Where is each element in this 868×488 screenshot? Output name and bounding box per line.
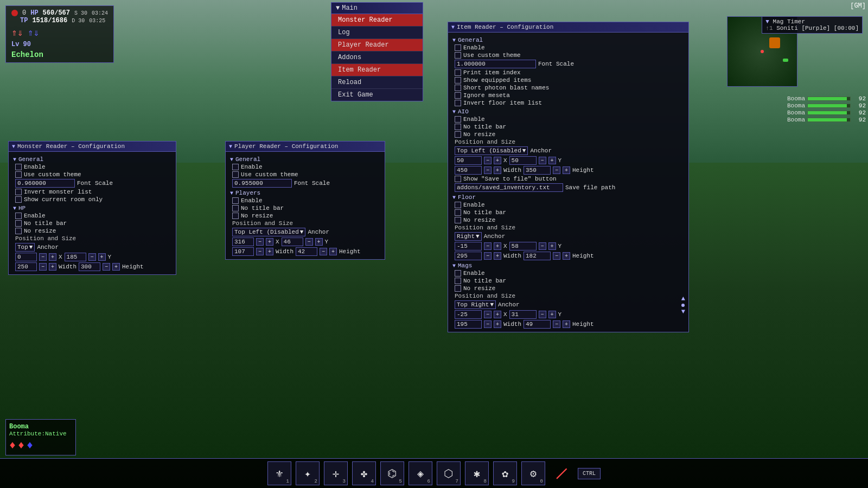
player-fontscale-input[interactable] xyxy=(232,179,292,188)
hp-w-plus[interactable]: + xyxy=(49,263,56,271)
monster-fontscale-input[interactable] xyxy=(15,179,75,188)
scroll-down[interactable]: ▼ xyxy=(681,308,685,316)
action-slot-7[interactable]: ⬡ 7 xyxy=(437,461,461,485)
item-invert-checkbox[interactable] xyxy=(455,100,461,106)
floor-x-input[interactable] xyxy=(455,242,482,251)
players-x-minus[interactable]: − xyxy=(256,238,264,246)
mags-h-plus[interactable]: + xyxy=(563,320,570,328)
hp-x-plus[interactable]: + xyxy=(49,253,56,261)
item-print-checkbox[interactable] xyxy=(455,69,461,76)
scroll-up[interactable]: ▲ xyxy=(681,295,685,303)
item-equipped-checkbox[interactable] xyxy=(455,77,461,84)
player-enable-checkbox[interactable] xyxy=(232,164,239,170)
floor-titlebar-checkbox[interactable] xyxy=(455,209,461,216)
mags-x-plus[interactable]: + xyxy=(494,311,501,318)
floor-resize-checkbox[interactable] xyxy=(455,217,461,223)
floor-y-plus[interactable]: + xyxy=(548,242,556,250)
menu-item-log[interactable]: Log xyxy=(331,27,423,39)
aio-h-plus[interactable]: + xyxy=(563,166,570,174)
menu-item-reload[interactable]: Reload xyxy=(331,76,423,89)
aio-x-minus[interactable]: − xyxy=(484,157,492,164)
players-anchor-dropdown[interactable]: Top Left (Disabled ▼ xyxy=(232,228,305,236)
players-h-plus[interactable]: + xyxy=(329,248,337,255)
hp-enable-checkbox[interactable] xyxy=(15,213,22,219)
players-w-plus[interactable]: + xyxy=(266,248,273,255)
aio-y-minus[interactable]: − xyxy=(539,157,546,164)
hp-h-plus[interactable]: + xyxy=(112,263,120,271)
hp-x-input[interactable] xyxy=(15,253,37,261)
floor-width-input[interactable] xyxy=(455,252,482,260)
menu-item-player-reader[interactable]: Player Reader xyxy=(331,39,423,52)
hp-y-plus[interactable]: + xyxy=(98,253,106,261)
item-theme-checkbox[interactable] xyxy=(455,52,461,59)
players-y-plus[interactable]: + xyxy=(315,238,323,246)
floor-w-plus[interactable]: + xyxy=(494,252,501,260)
mags-enable-checkbox[interactable] xyxy=(455,270,461,277)
mags-y-input[interactable] xyxy=(509,310,537,319)
floor-height-input[interactable] xyxy=(524,252,551,260)
action-slot-2[interactable]: ✦ 2 xyxy=(296,461,320,485)
players-resize-checkbox[interactable] xyxy=(232,213,239,219)
mags-anchor-dropdown[interactable]: Top Right ▼ xyxy=(455,300,496,309)
aio-resize-checkbox[interactable] xyxy=(455,131,461,138)
aio-w-plus[interactable]: + xyxy=(494,166,501,174)
players-w-minus[interactable]: − xyxy=(256,248,264,255)
mags-y-minus[interactable]: − xyxy=(539,311,546,318)
hp-anchor-dropdown[interactable]: Top ▼ xyxy=(15,243,35,252)
item-reader-header[interactable]: ▼ Item Reader – Configuration xyxy=(448,22,688,33)
players-h-minus[interactable]: − xyxy=(320,248,327,255)
mags-y-plus[interactable]: + xyxy=(548,311,556,318)
item-fontscale-input[interactable] xyxy=(455,60,536,68)
aio-width-input[interactable] xyxy=(455,166,482,175)
hp-y-minus[interactable]: − xyxy=(88,253,96,261)
action-slot-5[interactable]: ⌬ 5 xyxy=(380,461,404,485)
players-y-minus[interactable]: − xyxy=(305,238,313,246)
mags-titlebar-checkbox[interactable] xyxy=(455,278,461,284)
action-slot-8[interactable]: ✱ 8 xyxy=(465,461,489,485)
players-height-input[interactable] xyxy=(296,247,317,256)
players-width-input[interactable] xyxy=(232,247,254,256)
aio-savebtn-checkbox[interactable] xyxy=(455,176,461,182)
floor-y-minus[interactable]: − xyxy=(539,242,546,250)
hp-width-input[interactable] xyxy=(15,262,37,271)
aio-w-minus[interactable]: − xyxy=(484,166,492,174)
mags-h-minus[interactable]: − xyxy=(553,320,560,328)
item-photon-checkbox[interactable] xyxy=(455,85,461,91)
monster-theme-checkbox[interactable] xyxy=(15,171,22,178)
aio-titlebar-checkbox[interactable] xyxy=(455,124,461,130)
hp-x-minus[interactable]: − xyxy=(39,253,47,261)
aio-height-input[interactable] xyxy=(524,166,551,175)
floor-w-minus[interactable]: − xyxy=(484,252,492,260)
players-x-plus[interactable]: + xyxy=(266,238,273,246)
action-slot-6[interactable]: ◈ 6 xyxy=(409,461,432,485)
mags-resize-checkbox[interactable] xyxy=(455,285,461,292)
aio-y-plus[interactable]: + xyxy=(548,157,556,164)
mags-w-minus[interactable]: − xyxy=(484,320,492,328)
aio-x-input[interactable] xyxy=(455,156,482,165)
players-titlebar-checkbox[interactable] xyxy=(232,205,239,211)
aio-enable-checkbox[interactable] xyxy=(455,116,461,123)
aio-y-input[interactable] xyxy=(509,156,537,165)
hp-h-minus[interactable]: − xyxy=(103,263,110,271)
mags-w-plus[interactable]: + xyxy=(494,320,501,328)
players-enable-checkbox[interactable] xyxy=(232,197,239,204)
hp-titlebar-checkbox[interactable] xyxy=(15,220,22,227)
floor-x-minus[interactable]: − xyxy=(484,242,492,250)
aio-anchor-dropdown[interactable]: Top Left (Disabled ▼ xyxy=(455,146,528,155)
mags-width-input[interactable] xyxy=(455,320,482,329)
menu-item-exit-game[interactable]: Exit Game xyxy=(331,89,423,101)
action-slot-4[interactable]: ✤ 4 xyxy=(352,461,376,485)
floor-h-minus[interactable]: − xyxy=(553,252,560,260)
sword-slot[interactable]: | xyxy=(550,461,573,485)
hp-w-minus[interactable]: − xyxy=(39,263,47,271)
floor-x-plus[interactable]: + xyxy=(494,242,501,250)
aio-h-minus[interactable]: − xyxy=(553,166,560,174)
action-slot-3[interactable]: ✛ 3 xyxy=(324,461,348,485)
action-slot-9[interactable]: ✿ 9 xyxy=(493,461,517,485)
mags-height-input[interactable] xyxy=(524,320,551,329)
action-slot-1[interactable]: ⚜ 1 xyxy=(267,461,291,485)
players-y-input[interactable] xyxy=(282,237,303,246)
aio-savepath-input[interactable] xyxy=(455,183,563,192)
menu-item-addons[interactable]: Addons xyxy=(331,52,423,64)
monster-enable-checkbox[interactable] xyxy=(15,164,22,170)
